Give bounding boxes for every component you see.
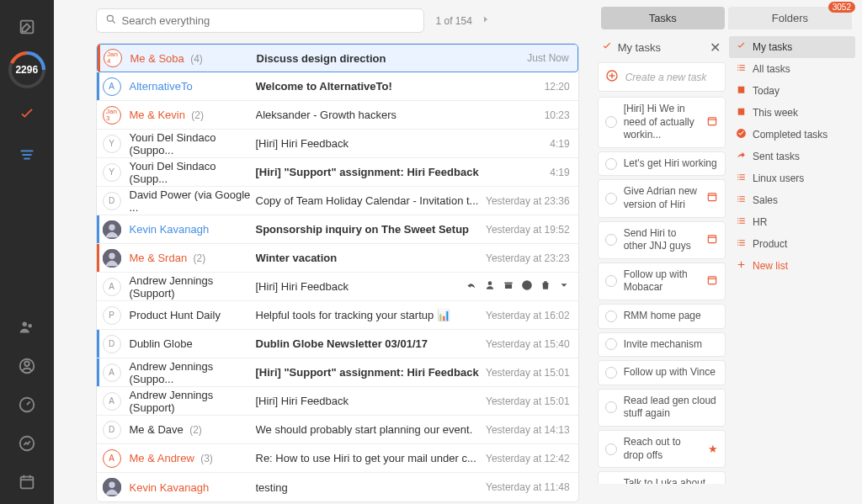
task-item[interactable]: Follow up with Mobacar <box>598 263 726 300</box>
avatar <box>103 220 121 239</box>
task-checkbox[interactable] <box>605 367 617 379</box>
email-row[interactable]: DMe & Dave (2)We should probably start p… <box>97 416 578 444</box>
status-bar <box>97 101 99 129</box>
chevron-down-icon[interactable] <box>558 279 570 294</box>
pager-next[interactable] <box>481 14 491 27</box>
task-item[interactable]: RMM home page <box>598 304 726 329</box>
email-row[interactable]: YYouri Del Sindaco (Suppo...[Hiri] Hiri … <box>97 130 578 158</box>
close-icon[interactable]: ✕ <box>710 40 721 56</box>
app-sidebar: 2296 <box>0 0 54 504</box>
tasks-title: My tasks <box>618 41 710 54</box>
email-row[interactable]: AAndrew Jennings (Support)[Hiri] Hiri Fe… <box>97 273 578 301</box>
list-icon <box>736 62 753 76</box>
sender: Me & Kevin (2) <box>130 109 256 121</box>
status-bar <box>97 330 99 358</box>
time: Yesterday at 15:40 <box>486 338 570 350</box>
clock-icon[interactable] <box>521 279 533 294</box>
email-row[interactable]: DDavid Power (via Google ...Copy of Team… <box>97 187 578 215</box>
list-item[interactable]: Linux users <box>729 167 855 189</box>
email-row[interactable]: DDublin GlobeDublin Globe Newsletter 03/… <box>97 330 578 358</box>
email-row[interactable]: Me & Srdan (2)Winter vacationYesterday a… <box>97 244 578 273</box>
archive-icon[interactable] <box>503 279 514 294</box>
list-item[interactable]: This week <box>729 102 855 124</box>
list-item[interactable]: Today <box>729 80 855 102</box>
list-icon <box>736 172 753 185</box>
task-item[interactable]: Invite mechanism <box>598 332 726 358</box>
search-icon <box>105 13 122 28</box>
search-box[interactable] <box>96 8 424 33</box>
calendar-nav[interactable] <box>10 465 44 499</box>
trash-icon[interactable] <box>540 279 551 294</box>
task-checkbox[interactable] <box>605 338 617 350</box>
task-item[interactable]: Talk to Luka about Ian's problem <box>598 471 726 484</box>
dashboard-nav[interactable] <box>10 388 44 422</box>
sender: Dublin Globe <box>130 337 256 350</box>
email-row[interactable]: AAndrew Jennings (Suppo...[Hiri] "Suppor… <box>97 358 578 387</box>
list-item[interactable]: All tasks <box>729 58 855 80</box>
list-item[interactable]: New list <box>729 255 855 277</box>
compose-button[interactable] <box>10 10 44 44</box>
task-item[interactable]: Read lead gen cloud stuff again <box>598 389 726 427</box>
time: 12:20 <box>486 81 570 93</box>
task-checkbox[interactable] <box>605 443 617 455</box>
task-item[interactable]: [Hiri] Hi We in need of actually workin.… <box>598 97 726 148</box>
list-item[interactable]: Sales <box>729 189 855 211</box>
pager-text: 1 of 154 <box>436 15 472 27</box>
calendar-icon <box>706 233 718 247</box>
search-input[interactable] <box>122 14 415 27</box>
contacts-nav[interactable] <box>10 310 44 344</box>
check-icon <box>736 40 753 54</box>
email-row[interactable]: Kevin KavanaghSponsorship inquiry on The… <box>97 215 578 244</box>
task-item[interactable]: Let's get Hiri working <box>598 151 726 177</box>
row-actions <box>466 279 570 294</box>
subject: [Hiri] Hiri Feedback <box>256 395 486 407</box>
check-circle-icon <box>736 128 753 141</box>
subject: [Hiri] Hiri Feedback <box>256 280 466 293</box>
task-item[interactable]: Reach out to drop offs★ <box>598 430 726 468</box>
task-checkbox[interactable] <box>605 158 617 170</box>
svg-point-6 <box>28 324 32 328</box>
email-row[interactable]: AAlternativeToWelcome to AlternativeTo!1… <box>97 72 578 101</box>
email-row[interactable]: Jan4Me & Soba (4)Discuss design directio… <box>97 44 578 72</box>
email-list: Jan4Me & Soba (4)Discuss design directio… <box>96 43 579 502</box>
tab-tasks[interactable]: Tasks <box>601 7 725 29</box>
svg-point-22 <box>109 482 114 488</box>
task-checkbox[interactable] <box>605 275 617 287</box>
svg-point-15 <box>107 15 113 21</box>
list-item[interactable]: Product <box>729 233 855 255</box>
subject: Welcome to AlternativeTo! <box>256 80 486 93</box>
email-row[interactable]: Kevin KavanaghtestingYesterday at 11:48 <box>97 473 578 501</box>
email-row[interactable]: PProduct Hunt DailyHelpful tools for tra… <box>97 301 578 330</box>
svg-rect-3 <box>22 154 31 156</box>
list-item[interactable]: My tasks <box>729 36 855 58</box>
task-checkbox[interactable] <box>605 234 617 246</box>
task-checkbox[interactable] <box>605 116 617 128</box>
task-checkbox[interactable] <box>605 193 617 204</box>
sender: Youri Del Sindaco (Supp... <box>130 160 256 185</box>
tasks-nav[interactable] <box>10 98 44 131</box>
share-icon <box>736 150 753 163</box>
task-item[interactable]: Send Hiri to other JNJ guys <box>598 221 726 259</box>
task-item[interactable]: Give Adrian new version of Hiri <box>598 179 726 217</box>
task-item[interactable]: Follow up with Vince <box>598 360 726 385</box>
task-checkbox[interactable] <box>605 310 617 322</box>
filter-nav[interactable] <box>10 138 44 172</box>
email-row[interactable]: AAndrew Jennings (Support)[Hiri] Hiri Fe… <box>97 387 578 416</box>
list-label: My tasks <box>753 41 792 53</box>
list-item[interactable]: HR <box>729 211 855 233</box>
list-item[interactable]: Completed tasks <box>729 124 855 146</box>
score-gauge[interactable]: 2296 <box>8 50 46 89</box>
settings-nav[interactable] <box>10 427 44 460</box>
new-task-input[interactable]: Create a new task <box>598 62 726 92</box>
status-bar <box>97 444 99 472</box>
email-row[interactable]: AMe & Andrew (3)Re: How to use Hiri to g… <box>97 444 578 473</box>
email-row[interactable]: Jan3Me & Kevin (2)Aleksander - Growth ha… <box>97 101 578 130</box>
list-item[interactable]: Sent tasks <box>729 146 855 167</box>
person-icon[interactable] <box>484 279 496 294</box>
reply-icon[interactable] <box>466 279 477 294</box>
task-checkbox[interactable] <box>605 401 617 413</box>
email-row[interactable]: YYouri Del Sindaco (Supp...[Hiri] "Suppo… <box>97 158 578 187</box>
calendar-icon <box>706 274 718 289</box>
profile-nav[interactable] <box>10 349 44 383</box>
task-text: Talk to Luka about Ian's problem <box>624 477 718 484</box>
